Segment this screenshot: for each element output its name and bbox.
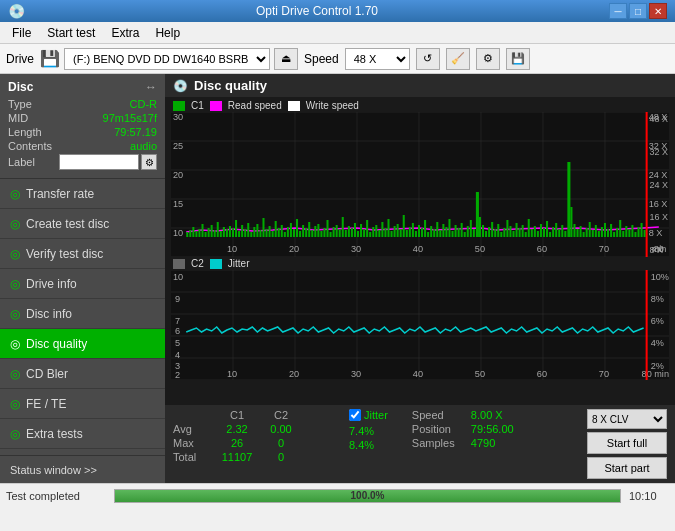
stats-total-row: Total 11107 0 bbox=[173, 451, 333, 463]
svg-rect-139 bbox=[509, 226, 511, 237]
sidebar-item-cd-bler[interactable]: ◎ CD Bler bbox=[0, 359, 165, 389]
sidebar-item-create-test-disc-label: Create test disc bbox=[26, 217, 109, 231]
sidebar-item-drive-info[interactable]: ◎ Drive info bbox=[0, 269, 165, 299]
sidebar-item-disc-info[interactable]: ◎ Disc info bbox=[0, 299, 165, 329]
svg-rect-138 bbox=[506, 220, 508, 237]
svg-rect-157 bbox=[564, 231, 566, 237]
maximize-button[interactable]: □ bbox=[629, 3, 647, 19]
speed-select[interactable]: 48 X bbox=[345, 48, 410, 70]
svg-rect-40 bbox=[208, 228, 210, 237]
settings-button[interactable]: ⚙ bbox=[476, 48, 500, 70]
svg-rect-71 bbox=[302, 225, 304, 237]
label-settings-button[interactable]: ⚙ bbox=[141, 154, 157, 170]
sidebar-item-disc-quality[interactable]: ◎ Disc quality bbox=[0, 329, 165, 359]
svg-rect-114 bbox=[433, 229, 435, 237]
speed-label: Speed bbox=[412, 409, 467, 421]
samples-row: Samples 4790 bbox=[412, 437, 514, 449]
svg-rect-107 bbox=[412, 223, 414, 237]
toolbar: Drive 💾 (F:) BENQ DVD DD DW1640 BSRB ⏏ S… bbox=[0, 44, 675, 74]
titlebar: 💿 Opti Drive Control 1.70 ─ □ ✕ bbox=[0, 0, 675, 22]
titlebar-controls: ─ □ ✕ bbox=[609, 3, 667, 19]
drive-icon: 💾 bbox=[40, 49, 60, 68]
start-part-button[interactable]: Start part bbox=[587, 457, 667, 479]
sidebar-item-extra-tests[interactable]: ◎ Extra tests bbox=[0, 419, 165, 449]
svg-rect-89 bbox=[357, 231, 359, 237]
svg-text:20: 20 bbox=[289, 244, 299, 254]
drive-select[interactable]: (F:) BENQ DVD DD DW1640 BSRB bbox=[64, 48, 270, 70]
svg-rect-159 bbox=[570, 207, 572, 237]
svg-rect-179 bbox=[631, 225, 633, 237]
svg-rect-43 bbox=[217, 222, 219, 237]
svg-text:40: 40 bbox=[413, 369, 423, 379]
read-speed-legend-label: Read speed bbox=[228, 100, 282, 111]
svg-rect-77 bbox=[320, 231, 322, 237]
svg-rect-177 bbox=[625, 226, 627, 237]
clear-button[interactable]: 🧹 bbox=[446, 48, 470, 70]
svg-rect-54 bbox=[250, 232, 252, 237]
svg-rect-148 bbox=[537, 231, 539, 237]
contents-value: audio bbox=[130, 140, 157, 152]
content-title: Disc quality bbox=[194, 78, 267, 93]
app-title: Opti Drive Control 1.70 bbox=[25, 4, 609, 18]
disc-quality-header-icon: 💿 bbox=[173, 79, 188, 93]
svg-rect-37 bbox=[198, 229, 200, 237]
svg-rect-62 bbox=[275, 221, 277, 237]
svg-rect-73 bbox=[308, 222, 310, 237]
speed-value: 8.00 X bbox=[471, 409, 503, 421]
svg-rect-171 bbox=[607, 229, 609, 237]
chart2-legend: C2 Jitter bbox=[169, 257, 671, 270]
svg-rect-120 bbox=[452, 231, 454, 237]
charts-area: C1 Read speed Write speed bbox=[165, 97, 675, 405]
svg-text:70: 70 bbox=[599, 244, 609, 254]
svg-rect-34 bbox=[189, 230, 191, 237]
sidebar-item-create-test-disc[interactable]: ◎ Create test disc bbox=[0, 209, 165, 239]
sidebar-item-fe-te[interactable]: ◎ FE / TE bbox=[0, 389, 165, 419]
svg-text:10%: 10% bbox=[651, 272, 669, 282]
svg-rect-81 bbox=[333, 227, 335, 237]
svg-rect-46 bbox=[226, 229, 228, 237]
svg-rect-92 bbox=[366, 220, 368, 237]
svg-rect-150 bbox=[543, 228, 545, 237]
save-button[interactable]: 💾 bbox=[506, 48, 530, 70]
svg-rect-131 bbox=[485, 231, 487, 237]
svg-rect-101 bbox=[394, 226, 396, 237]
sidebar-item-verify-test-disc[interactable]: ◎ Verify test disc bbox=[0, 239, 165, 269]
svg-rect-51 bbox=[241, 225, 243, 237]
label-input[interactable] bbox=[59, 154, 139, 170]
svg-rect-79 bbox=[326, 220, 328, 237]
svg-rect-76 bbox=[317, 224, 319, 237]
jitter-legend-box bbox=[210, 259, 222, 269]
svg-rect-113 bbox=[430, 226, 432, 237]
clv-select[interactable]: 8 X CLV bbox=[587, 409, 667, 429]
menu-file[interactable]: File bbox=[4, 24, 39, 42]
svg-rect-115 bbox=[436, 222, 438, 237]
chart1-svg: 30 25 20 15 10 10 20 30 40 50 60 70 80 m… bbox=[171, 112, 669, 257]
refresh-button[interactable]: ↺ bbox=[416, 48, 440, 70]
svg-rect-135 bbox=[497, 224, 499, 237]
svg-rect-74 bbox=[311, 230, 313, 237]
menu-help[interactable]: Help bbox=[147, 24, 188, 42]
status-window-button[interactable]: Status window >> bbox=[0, 455, 165, 483]
eject-button[interactable]: ⏏ bbox=[274, 48, 298, 70]
svg-text:30: 30 bbox=[351, 244, 361, 254]
start-full-button[interactable]: Start full bbox=[587, 432, 667, 454]
speed-row: Speed 8.00 X bbox=[412, 409, 514, 421]
c2-legend-box bbox=[173, 259, 185, 269]
svg-rect-38 bbox=[201, 224, 203, 237]
svg-rect-143 bbox=[522, 225, 524, 237]
svg-rect-33 bbox=[186, 232, 188, 237]
sidebar-item-transfer-rate[interactable]: ◎ Transfer rate bbox=[0, 179, 165, 209]
disc-label-label: Label bbox=[8, 156, 35, 168]
jitter-checkbox[interactable] bbox=[349, 409, 361, 421]
menu-start-test[interactable]: Start test bbox=[39, 24, 103, 42]
close-button[interactable]: ✕ bbox=[649, 3, 667, 19]
minimize-button[interactable]: ─ bbox=[609, 3, 627, 19]
stats-jitter: Jitter 7.4% 8.4% bbox=[349, 409, 388, 479]
svg-rect-156 bbox=[561, 225, 563, 237]
disc-panel-arrow[interactable]: ↔ bbox=[145, 80, 157, 94]
menu-extra[interactable]: Extra bbox=[103, 24, 147, 42]
sidebar-item-verify-test-disc-label: Verify test disc bbox=[26, 247, 103, 261]
svg-rect-47 bbox=[229, 226, 231, 237]
fe-te-icon: ◎ bbox=[10, 397, 20, 411]
type-label: Type bbox=[8, 98, 32, 110]
